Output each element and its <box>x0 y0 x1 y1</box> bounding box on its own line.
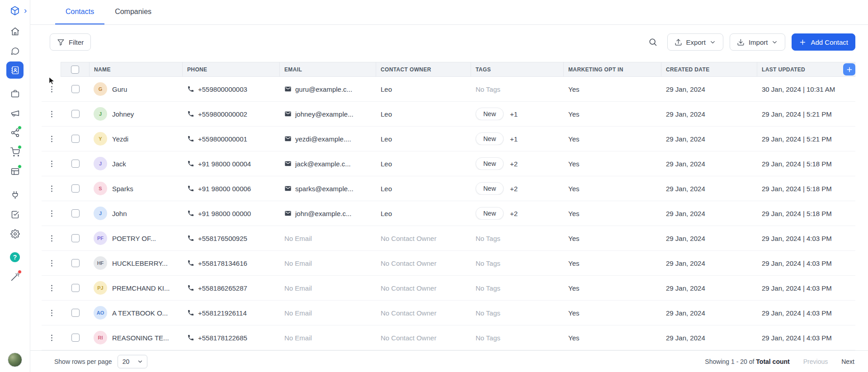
plug-icon[interactable] <box>6 186 24 203</box>
table-icon[interactable] <box>6 163 24 180</box>
tag-pill[interactable]: New <box>476 132 504 145</box>
add-column-button[interactable] <box>843 63 855 75</box>
tab-contacts[interactable]: Contacts <box>55 0 104 24</box>
contact-name[interactable]: HUCKLEBERRY... <box>112 259 168 267</box>
table-row[interactable]: J Jack +91 98000 00004 jack@example.c...… <box>42 151 855 176</box>
table-row[interactable]: AO A TEXTBOOK O... +558121926114 No Emai… <box>42 301 855 325</box>
contact-name[interactable]: Johney <box>112 110 134 118</box>
app-logo-icon[interactable] <box>9 5 20 16</box>
owner-value: Leo <box>381 110 392 118</box>
row-checkbox[interactable] <box>71 160 80 168</box>
last-updated-cell: 29 Jan, 2024 | 4:03 PM <box>757 284 855 292</box>
row-menu-icon[interactable] <box>47 184 56 193</box>
logo-row <box>0 5 30 16</box>
last-updated-cell: 29 Jan, 2024 | 5:18 PM <box>757 210 855 217</box>
tasks-icon[interactable] <box>6 206 24 223</box>
next-button[interactable]: Next <box>841 358 854 365</box>
search-icon[interactable] <box>648 38 657 47</box>
row-checkbox[interactable] <box>71 334 80 342</box>
row-checkbox[interactable] <box>71 110 80 118</box>
tab-companies[interactable]: Companies <box>104 0 162 24</box>
tag-pill[interactable]: New <box>476 207 504 220</box>
filter-button[interactable]: Filter <box>50 33 91 51</box>
previous-button[interactable]: Previous <box>803 358 828 365</box>
row-checkbox[interactable] <box>71 259 80 267</box>
column-header-created-date[interactable]: CREATED DATE <box>661 62 757 76</box>
workflow-icon[interactable] <box>6 124 24 141</box>
cart-icon[interactable] <box>6 143 24 160</box>
import-button[interactable]: Import <box>730 33 786 51</box>
table-row[interactable]: RI REASONING TE... +558178122685 No Emai… <box>42 325 855 350</box>
contacts-icon[interactable] <box>6 61 24 79</box>
row-checkbox[interactable] <box>71 284 80 292</box>
tag-extra-count[interactable]: +1 <box>510 135 518 143</box>
chat-icon[interactable] <box>6 42 24 59</box>
column-header-email[interactable]: EMAIL <box>279 62 376 76</box>
help-icon[interactable]: ? <box>6 249 24 266</box>
column-header-tags[interactable]: TAGS <box>471 62 563 76</box>
row-menu-icon[interactable] <box>47 309 56 317</box>
home-icon[interactable] <box>6 23 24 40</box>
tag-extra-count[interactable]: +2 <box>510 210 518 217</box>
contact-name[interactable]: Sparks <box>112 185 133 193</box>
row-menu-icon[interactable] <box>47 259 56 268</box>
table-row[interactable]: J John +91 98000 00000 john@example.c...… <box>42 201 855 226</box>
contact-name[interactable]: REASONING TE... <box>112 334 169 342</box>
row-menu-icon[interactable] <box>47 209 56 218</box>
table-row[interactable]: PF POETRY OF... +558176500925 No Email N… <box>42 226 855 251</box>
rows-per-page-select[interactable]: 20 <box>118 355 147 368</box>
row-menu-icon[interactable] <box>47 334 56 342</box>
megaphone-icon[interactable] <box>6 104 24 122</box>
email-icon <box>284 160 292 167</box>
pagination-footer: Show rows per page 20 Showing 1 - 20 ofT… <box>30 350 868 372</box>
table-row[interactable]: S Sparks +91 98000 00006 sparks@example.… <box>42 176 855 201</box>
row-menu-icon[interactable] <box>47 160 56 168</box>
row-menu-icon[interactable] <box>47 284 56 292</box>
row-menu-icon[interactable] <box>47 85 56 94</box>
column-header-last-updated[interactable]: LAST UPDATED <box>757 62 855 76</box>
tag-extra-count[interactable]: +2 <box>510 185 518 193</box>
row-checkbox[interactable] <box>71 85 80 93</box>
contact-name[interactable]: POETRY OF... <box>112 235 156 242</box>
email-icon <box>284 210 292 217</box>
table-row[interactable]: PJ PREMCHAND KI... +558186265287 No Emai… <box>42 276 855 301</box>
row-checkbox[interactable] <box>71 135 80 143</box>
contact-name[interactable]: PREMCHAND KI... <box>112 284 170 292</box>
table-row[interactable]: G Guru +559800000003 guru@example.c... L… <box>42 77 855 102</box>
row-menu-icon[interactable] <box>47 135 56 143</box>
column-header-marketing-opt-in[interactable]: MARKETING OPT IN <box>563 62 661 76</box>
user-avatar[interactable] <box>8 353 22 367</box>
wand-icon[interactable] <box>6 268 24 285</box>
tag-pill[interactable]: New <box>476 108 504 120</box>
row-menu-icon[interactable] <box>47 110 56 118</box>
contact-name[interactable]: A TEXTBOOK O... <box>112 309 168 317</box>
updated-value: 29 Jan, 2024 | 5:18 PM <box>762 185 832 193</box>
tag-pill[interactable]: New <box>476 157 504 170</box>
row-checkbox[interactable] <box>71 184 80 193</box>
contact-name[interactable]: Guru <box>112 85 127 93</box>
export-button[interactable]: Export <box>667 33 723 51</box>
column-header-contact-owner[interactable]: CONTACT OWNER <box>376 62 471 76</box>
select-all-checkbox[interactable] <box>71 66 79 74</box>
settings-icon[interactable] <box>6 225 24 242</box>
row-checkbox[interactable] <box>71 234 80 242</box>
tag-pill[interactable]: New <box>476 182 504 195</box>
contact-name[interactable]: John <box>112 210 127 217</box>
table-row[interactable]: Y Yezdi +559800000001 yezdi@example.... … <box>42 127 855 151</box>
add-contact-button[interactable]: Add Contact <box>792 33 855 51</box>
row-checkbox[interactable] <box>71 309 80 317</box>
tag-extra-count[interactable]: +1 <box>510 110 518 118</box>
table-row[interactable]: J Johney +559800000002 johney@example...… <box>42 102 855 127</box>
tag-extra-count[interactable]: +2 <box>510 160 518 168</box>
contact-name[interactable]: Jack <box>112 160 126 168</box>
column-header-name[interactable]: NAME <box>89 62 182 76</box>
sidebar-expand-icon[interactable] <box>23 8 28 14</box>
email-cell: johney@example... <box>280 110 376 118</box>
export-icon <box>675 38 682 46</box>
contact-name[interactable]: Yezdi <box>112 135 128 143</box>
column-header-phone[interactable]: PHONE <box>182 62 279 76</box>
row-menu-icon[interactable] <box>47 234 56 243</box>
briefcase-icon[interactable] <box>6 85 24 102</box>
table-row[interactable]: HF HUCKLEBERRY... +558178134616 No Email… <box>42 251 855 276</box>
row-checkbox[interactable] <box>71 209 80 217</box>
